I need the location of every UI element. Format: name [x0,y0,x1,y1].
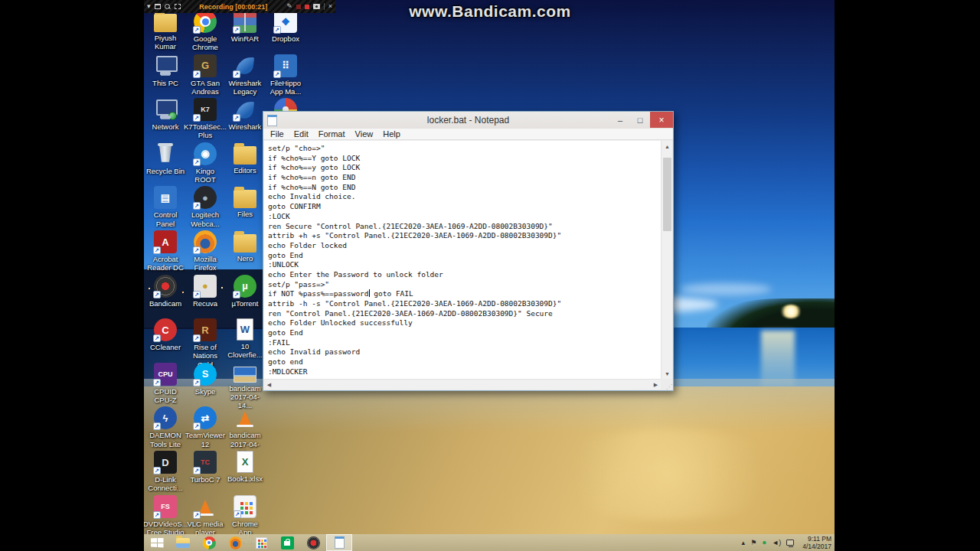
ccleaner-icon: C↗ [154,318,177,341]
desktop-icon-vlc-media-player[interactable]: ↗VLC media player [185,495,225,536]
record-stop-icon[interactable] [305,5,309,9]
desktop-icon-skype[interactable]: S↗Skype [185,363,225,396]
horizontal-scrollbar[interactable]: ◀ ▶ [264,379,661,390]
desktop-icon-book1-xlsx[interactable]: XBook1.xlsx [225,451,265,483]
taskbar-button-firefox[interactable] [222,534,248,551]
desktop-icon-bandicam-2017-04-14[interactable]: bandicam 2017-04-14... [225,363,265,410]
desktop-icon-teamviewer-12[interactable]: ⇄↗TeamViewer 12 [185,406,225,448]
code-line[interactable]: goto end [268,357,660,367]
desktop-icon-recuva[interactable]: ●↗Recuva [185,275,225,308]
taskbar-button-windows-store[interactable] [274,534,300,551]
code-line[interactable]: echo Invalid choice. [268,192,660,202]
resize-grip[interactable]: ⋰ [662,380,672,390]
desktop-icon-wireshark[interactable]: ↗Wireshark [225,98,265,131]
scroll-up-arrow[interactable]: ▲ [662,141,673,152]
volume-icon[interactable]: ◄) [772,540,781,546]
code-line[interactable]: goto End [268,328,660,338]
tray-clock[interactable]: 9:11 PM 4/14/2017 [799,535,831,550]
desktop-icon-filehippo-app-ma[interactable]: ⠿↗FileHippo App Ma... [266,54,305,96]
hidden-icons-chevron[interactable]: ▴ [742,540,746,546]
code-line[interactable]: ren "Control Panel.{21EC2020-3AEA-1069-A… [268,309,660,319]
close-icon[interactable]: × [328,3,332,10]
scroll-left-arrow[interactable]: ◀ [264,380,274,390]
desktop-icon-bandicam[interactable]: ↗Bandicam [145,275,185,308]
desktop-icon-10-cloverfie[interactable]: W10 Cloverfie... [225,318,265,359]
code-line[interactable]: attrib -h -s "Control Panel.{21EC2020-3A… [268,299,660,309]
desktop-icon-editors[interactable]: Editors [225,142,265,174]
maximize-button[interactable]: □ [630,112,650,128]
taskbar-button-notepad[interactable] [326,534,352,551]
desktop-icon-gta-san-andreas[interactable]: G↗GTA San Andreas [185,54,225,96]
start-button[interactable] [144,534,170,551]
taskbar-button-app-grid[interactable] [248,534,274,551]
code-line[interactable]: if %cho%==n goto END [268,173,660,183]
scroll-down-arrow[interactable]: ▼ [662,368,673,379]
vertical-scrollbar[interactable]: ▲ ▼ [661,141,672,379]
pencil-draw-icon[interactable]: ✎ [286,3,292,10]
desktop-icon-wireshark-legacy[interactable]: ↗Wireshark Legacy [225,54,265,96]
desktop-icon-d-link-connecti[interactable]: D↗D-Link Connecti... [145,451,185,492]
code-line[interactable]: :MDLOCKER [268,367,660,377]
desktop-icon-files[interactable]: Files [225,186,265,218]
desktop-icon-logitech-webca[interactable]: ●↗Logitech Webca... [185,186,225,227]
desktop-icon-ccleaner[interactable]: C↗CCleaner [145,318,185,351]
desktop-icon-daemon-tools-lite[interactable]: ϟ↗DAEMON Tools Lite [145,406,185,448]
desktop-icon-this-pc[interactable]: This PC [145,54,185,87]
menu-file[interactable]: File [270,129,284,139]
vertical-scroll-thumb[interactable] [663,158,671,231]
menu-help[interactable]: Help [383,129,400,139]
minimize-button[interactable]: – [610,112,630,128]
code-line[interactable]: echo Enter the Password to unlock folder [268,270,660,280]
menu-format[interactable]: Format [318,129,345,139]
taskbar-button-chrome[interactable] [196,534,222,551]
desktop-icon-torrent[interactable]: µ↗µTorrent [225,275,265,308]
taskbar-button-bandicam[interactable] [300,534,326,551]
code-lines[interactable]: set/p "cho=>"if %cho%==Y goto LOCKif %ch… [268,144,660,379]
menu-edit[interactable]: Edit [294,129,309,139]
desktop-icon-rise-of-nations-gold[interactable]: R↗Rise of Nations Gold [185,318,225,369]
code-line[interactable]: ren Secure "Control Panel.{21EC2020-3AEA… [268,222,660,232]
desktop-icon-k7totalsec-plus[interactable]: K7↗K7TotalSec... Plus [185,98,225,139]
desktop-icon-kingo-root[interactable]: ◉↗Kingo ROOT [185,142,225,184]
taskbar-button-file-explorer[interactable] [170,534,196,551]
desktop-icon-network[interactable]: Network [145,98,185,131]
code-line[interactable]: :LOCK [268,212,660,222]
code-line[interactable]: set/p "pass=>" [268,280,660,290]
desktop-icon-bandicam-2017-04-14[interactable]: bandicam 2017-04-14... [225,406,265,457]
scroll-right-arrow[interactable]: ▶ [651,380,661,390]
zoom-magnifier-icon[interactable] [165,4,171,10]
window-select-icon[interactable] [155,4,161,9]
record-dim-icon[interactable] [296,5,301,9]
screenshot-camera-icon[interactable] [313,4,320,9]
close-button[interactable]: × [650,112,673,128]
code-line[interactable]: goto End [268,251,660,261]
dropdown-chevron-icon[interactable]: ▾ [147,3,151,10]
desktop-icon-acrobat-reader-dc[interactable]: A↗Acrobat Reader DC [145,230,185,272]
code-line[interactable]: echo Invalid password [268,347,660,357]
desktop-icon-control-panel[interactable]: ▤Control Panel [145,186,185,227]
code-line[interactable]: attrib +h +s "Control Panel.{21EC2020-3A… [268,231,660,241]
code-line[interactable]: goto CONFIRM [268,202,660,212]
code-line[interactable]: :FAIL [268,338,660,348]
region-select-icon[interactable] [175,4,181,9]
desktop-icon-recycle-bin[interactable]: Recycle Bin [145,142,185,175]
desktop-icon-turboc-7[interactable]: TC↗TurboC 7 [185,451,225,484]
desktop-icon-dvdvideos-free-studio[interactable]: FS↗DVDVideoS... Free Studio [145,495,185,536]
k7-security-tray-icon[interactable]: ● [762,539,766,546]
code-line[interactable]: if %cho%==Y goto LOCK [268,154,660,164]
code-line[interactable]: set/p "cho=>" [268,144,660,154]
code-line[interactable]: if %cho%==N goto END [268,183,660,193]
action-center-flag-icon[interactable]: ⚑ [750,540,756,546]
notepad-titlebar[interactable]: locker.bat - Notepad – □ × [263,112,673,129]
desktop-icon-cpuid-cpu-z[interactable]: CPU↗CPUID CPU-Z [145,363,185,404]
code-line[interactable]: echo Folder Unlocked successfully [268,318,660,328]
desktop-icon-mozilla-firefox[interactable]: ↗Mozilla Firefox [185,230,225,272]
notepad-text-area[interactable]: set/p "cho=>"if %cho%==Y goto LOCKif %ch… [264,141,672,379]
code-line[interactable]: if %cho%==y goto LOCK [268,163,660,173]
network-icon[interactable] [786,540,794,546]
code-line[interactable]: echo Folder locked [268,241,660,251]
code-line[interactable]: :UNLOCK [268,260,660,270]
menu-view[interactable]: View [355,129,374,139]
desktop-icon-nero[interactable]: Nero [225,230,265,262]
code-line[interactable]: if NOT %pass%==password goto FAIL [268,289,660,299]
